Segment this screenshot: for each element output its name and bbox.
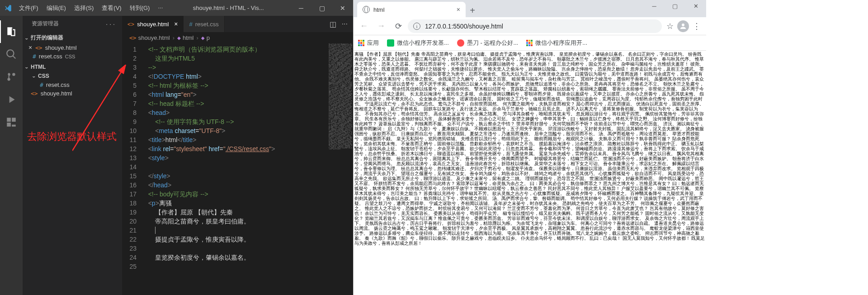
explorer-sidebar: 资源管理器 ··· ⌄打开的编辑器 ×<>shouye.html #reset.… (23, 16, 122, 295)
explorer-more-icon[interactable]: ··· (106, 20, 117, 28)
window-close-icon[interactable]: ✕ (332, 0, 353, 16)
apps-icon (358, 40, 364, 46)
file-item-reset[interactable]: #reset.css (30, 81, 122, 89)
code-editor[interactable]: <!-- 文档声明（告诉浏览器网页的版本） 这里为HTML5 --> <!DOC… (143, 43, 328, 295)
window-maximize-icon[interactable]: ▢ (665, 0, 685, 13)
bookmark-item[interactable]: 微信小程序开发基... (387, 39, 449, 47)
window-minimize-icon[interactable]: ─ (291, 0, 311, 16)
split-editor-icon[interactable]: ◫ (330, 20, 336, 29)
new-tab-button[interactable]: + (466, 4, 479, 17)
forward-button[interactable]: → (373, 19, 389, 34)
menu-edit[interactable]: 编辑(E) (43, 4, 69, 12)
tab-title: html (373, 6, 385, 13)
chrome-menu-icon[interactable]: ⋮ (693, 21, 701, 31)
open-editor-item[interactable]: ×<>shouye.html (23, 43, 122, 52)
apps-button[interactable]: 应用 (358, 39, 379, 47)
more-icon[interactable]: ··· (342, 20, 348, 28)
activity-bar (0, 16, 23, 295)
debug-icon[interactable] (0, 88, 23, 111)
explorer-icon[interactable] (0, 20, 23, 43)
close-icon[interactable]: × (457, 6, 460, 13)
vscode-window: 文件(F) 编辑(E) 选择(S) 查看(V) 转到(G) ··· shouye… (0, 0, 353, 295)
bookmark-star-icon[interactable]: ☆ (666, 21, 674, 31)
window-maximize-icon[interactable]: ▢ (311, 0, 332, 16)
reload-button[interactable]: ⟳ (391, 19, 406, 34)
bookmarks-bar: 应用 微信小程序开发基... 墨刀 - 远程办公好... 微信小程序应用开... (354, 35, 706, 51)
globe-icon (363, 6, 370, 13)
explorer-title: 资源管理器 (32, 20, 59, 28)
file-item-shouye[interactable]: <>shouye.html (23, 89, 122, 98)
back-button[interactable]: ← (356, 19, 372, 34)
window-minimize-icon[interactable]: ─ (644, 0, 665, 13)
url-text: 127.0.0.1:5500/shouye.html (425, 23, 503, 30)
site-info-icon[interactable]: i (413, 23, 420, 30)
window-title: shouye.html - HTML - Vis... (166, 5, 291, 11)
chrome-window: ─ ▢ ✕ html × + ← → ⟳ i 127.0.0.1:5500/sh… (353, 0, 706, 295)
menu-select[interactable]: 选择(S) (71, 4, 97, 12)
source-control-icon[interactable] (0, 66, 23, 88)
profile-avatar-icon[interactable] (677, 20, 689, 32)
address-bar[interactable]: i 127.0.0.1:5500/shouye.html (408, 19, 662, 33)
close-icon[interactable]: × (174, 20, 178, 28)
editor-tabs: <>shouye.html× #reset.css ◫··· (122, 16, 353, 32)
search-icon[interactable] (0, 43, 23, 66)
annotation-text: 去除浏览器默认样式 (27, 130, 117, 143)
tab-reset[interactable]: #reset.css (184, 16, 224, 32)
extensions-icon[interactable] (0, 111, 23, 133)
minimap[interactable]: 离骚 【作者】屈原 【朝代】先秦 帝高阳之苗裔兮，朕皇考曰伯庸。 摄提贞于孟陬兮… (328, 43, 353, 295)
bookmark-favicon (387, 39, 394, 47)
menu-goto[interactable]: 转到(G) (127, 4, 153, 12)
editor-pane: <>shouye.html× #reset.css ◫··· <>shouye.… (122, 16, 353, 295)
close-icon[interactable]: × (27, 44, 33, 51)
bookmark-item[interactable]: 微信小程序应用开... (526, 39, 587, 47)
window-close-icon[interactable]: ✕ (685, 0, 706, 13)
vscode-titlebar: 文件(F) 编辑(E) 选择(S) 查看(V) 转到(G) ··· shouye… (0, 0, 353, 16)
line-gutter: 1234567891011121314151617181920212223242… (122, 43, 143, 295)
bookmark-favicon (457, 39, 464, 47)
menu-view[interactable]: 查看(V) (99, 4, 124, 12)
vscode-logo-icon (0, 4, 16, 12)
open-editors-header[interactable]: ⌄打开的编辑器 (23, 33, 122, 43)
tab-shouye[interactable]: <>shouye.html× (122, 16, 184, 32)
folder-header[interactable]: ⌄CSS (30, 71, 122, 81)
address-bar-row: ← → ⟳ i 127.0.0.1:5500/shouye.html ☆ ⋮ (354, 17, 706, 35)
menu-file[interactable]: 文件(F) (16, 4, 42, 12)
bookmark-item[interactable]: 墨刀 - 远程办公好... (457, 39, 518, 47)
vscode-menu: 文件(F) 编辑(E) 选择(S) 查看(V) 转到(G) ··· (16, 4, 166, 12)
menu-more[interactable]: ··· (155, 4, 166, 12)
breadcrumb[interactable]: <>shouye.html› ◆html› ◆p (122, 32, 353, 43)
project-header[interactable]: ⌄HTML (23, 62, 122, 71)
open-editor-item[interactable]: #reset.cssCSS (23, 52, 122, 61)
page-content: 离骚 【作者】屈原 【朝代】先秦 帝高阳之苗裔兮，朕皇考曰伯庸。 摄提贞于孟陬兮… (354, 51, 706, 295)
bookmark-favicon (526, 40, 533, 46)
browser-tab[interactable]: html × (357, 2, 466, 17)
